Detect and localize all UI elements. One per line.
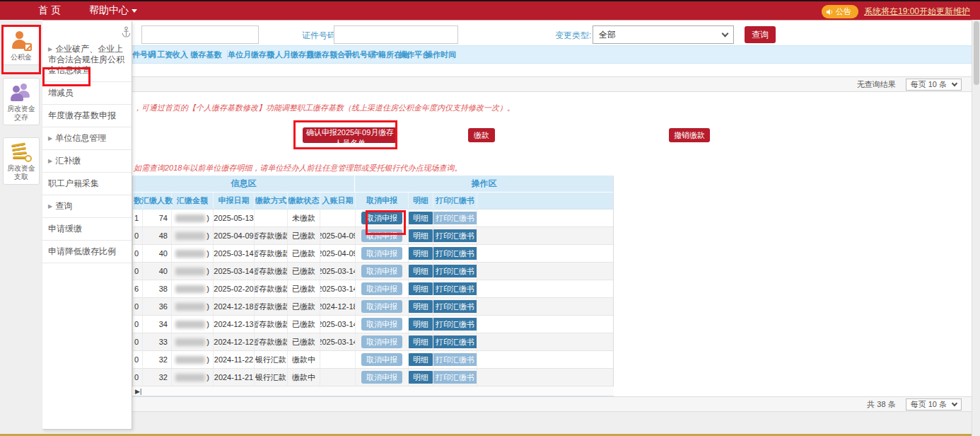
cell-cancel: 取消申报 bbox=[356, 316, 409, 333]
total-count-text: 共 38 条 bbox=[867, 399, 895, 410]
menu-item-4[interactable]: ▶单位信息管理 bbox=[42, 127, 132, 150]
cell-detail: 明细 bbox=[409, 351, 433, 368]
cell-report-date: 2025-03-14 bbox=[214, 263, 255, 280]
chevron-right-icon: ▶ bbox=[48, 46, 52, 52]
cell-pay-method: 暂存款缴款 bbox=[255, 316, 288, 333]
chevron-right-icon: ▶ bbox=[48, 135, 52, 142]
horizontal-scrollbar[interactable]: ▶| bbox=[132, 386, 614, 396]
print-remit-book-button[interactable]: 打印汇缴书 bbox=[433, 282, 477, 295]
cert-number-input[interactable] bbox=[334, 25, 458, 44]
remit-col-header: 打印汇缴书 bbox=[433, 193, 477, 209]
cell-pay-method: 银行汇款 bbox=[255, 369, 288, 386]
sidebar-item-fanggai-zhiqu[interactable]: 房改资金支取 bbox=[3, 137, 40, 185]
cancel-declare-button: 取消申报 bbox=[361, 265, 402, 277]
menu-item-7[interactable]: ▶查询 bbox=[42, 195, 132, 218]
print-remit-book-button: 打印汇缴书 bbox=[433, 353, 477, 366]
print-remit-book-button[interactable]: 打印汇缴书 bbox=[433, 300, 477, 313]
menu-item-9[interactable]: 申请降低缴存比例 bbox=[42, 241, 132, 263]
cell-print: 打印汇缴书 bbox=[433, 263, 477, 280]
no-result-text: 无查询结果 bbox=[857, 79, 896, 90]
detail-button[interactable]: 明细 bbox=[409, 335, 433, 348]
detail-button[interactable]: 明细 bbox=[409, 300, 433, 313]
cell-pay-method: 暂存款缴款 bbox=[255, 298, 288, 315]
cell-cancel: 取消申报 bbox=[356, 280, 409, 297]
menu-item-8[interactable]: 申请缓缴 bbox=[42, 218, 132, 241]
remit-table-row: 034)2024-12-13暂存款缴款已缴款2025-03-14取消申报明细打印… bbox=[133, 316, 613, 333]
name-filter-input[interactable] bbox=[141, 25, 259, 44]
chevron-right-icon: ▶ bbox=[48, 203, 52, 210]
employee-col-header: 单位月缴存额 bbox=[228, 50, 267, 60]
print-remit-book-button[interactable]: 打印汇缴书 bbox=[433, 318, 477, 331]
detail-button[interactable]: 明细 bbox=[409, 282, 433, 295]
page-size-select-bottom[interactable]: 每页 10 条 bbox=[906, 398, 962, 411]
cell-amount-masked: ) bbox=[172, 298, 214, 315]
detail-button[interactable]: 明细 bbox=[409, 371, 433, 384]
cell-entry-date: 2025-03-14 bbox=[320, 316, 356, 333]
menu-item-label: 年度缴存基数申报 bbox=[48, 110, 116, 120]
vertical-scrollbar[interactable] bbox=[972, 20, 980, 436]
detail-button[interactable]: 明细 bbox=[409, 247, 433, 260]
remit-table-column-headers: 数汇缴人数汇缴金额申报日期缴款方式缴款状态入账日期取消申报明细打印汇缴书 bbox=[133, 193, 613, 210]
cell-amount-masked: ) bbox=[172, 280, 214, 297]
revoke-pay-button[interactable]: 撤销缴款 bbox=[669, 128, 710, 142]
page-size-select[interactable]: 每页 10 条 bbox=[906, 79, 962, 91]
print-remit-book-button[interactable]: 打印汇缴书 bbox=[433, 265, 477, 277]
cell-pay-method: 银行汇款 bbox=[255, 351, 288, 368]
cell-pay-status: 已缴款 bbox=[288, 316, 320, 333]
detail-button[interactable]: 明细 bbox=[409, 265, 433, 277]
speaker-icon bbox=[826, 8, 833, 16]
nav-home[interactable]: 首 页 bbox=[38, 4, 61, 17]
employee-table-footer: 无查询结果 每页 10 条 bbox=[132, 76, 972, 92]
print-remit-book-button: 打印汇缴书 bbox=[433, 212, 477, 224]
app-window: 首 页 帮助中心 公告 系统将在19:00开始更新维护 公积金 bbox=[0, 0, 980, 436]
cell-report-date: 2025-03-14 bbox=[214, 245, 255, 262]
cell-print: 打印汇缴书 bbox=[433, 245, 477, 262]
left-icon-rail: 公积金 房改资金交存 房改资金支取 bbox=[0, 20, 42, 436]
announcement-link[interactable]: 系统将在19:00开始更新维护 bbox=[864, 6, 970, 18]
cell-detail: 明细 bbox=[409, 369, 433, 386]
print-remit-book-button[interactable]: 打印汇缴书 bbox=[433, 229, 477, 242]
change-type-select[interactable]: 全部 bbox=[593, 25, 734, 44]
detail-button[interactable]: 明细 bbox=[409, 212, 433, 224]
cell-entry-date: 2024-12-18 bbox=[320, 298, 356, 315]
menu-item-5[interactable]: ▶汇补缴 bbox=[42, 150, 132, 173]
menu-item-3[interactable]: 年度缴存基数申报 bbox=[42, 105, 132, 127]
redacted-amount bbox=[175, 232, 205, 240]
cell-print: 打印汇缴书 bbox=[433, 298, 477, 315]
remit-col-header: 汇缴金额 bbox=[172, 193, 214, 209]
employee-col-header: 缴存基数 bbox=[185, 50, 228, 60]
menu-item-6[interactable]: 职工户籍采集 bbox=[42, 173, 132, 195]
cell-filler bbox=[477, 351, 614, 368]
menu-item-label: 单位信息管理 bbox=[55, 133, 106, 143]
detail-button[interactable]: 明细 bbox=[409, 318, 433, 331]
remit-col-header: 缴款方式 bbox=[255, 193, 288, 209]
cell-cancel: 取消申报 bbox=[356, 369, 409, 386]
scrollbar-thumb[interactable] bbox=[974, 21, 979, 85]
cell-people: 48 bbox=[143, 227, 172, 244]
employee-col-header: 月工资收入 bbox=[149, 50, 185, 60]
menu-item-label: 申请缓缴 bbox=[48, 224, 82, 234]
remit-table-row: 036)2024-12-18暂存款缴款已缴款2024-12-18取消申报明细打印… bbox=[133, 298, 613, 316]
search-button[interactable]: 查询 bbox=[745, 26, 776, 43]
cell-report-date: 2024-12-18 bbox=[214, 298, 255, 315]
redacted-amount bbox=[175, 356, 205, 364]
chevron-down-icon bbox=[722, 30, 729, 38]
print-remit-book-button[interactable]: 打印汇缴书 bbox=[433, 247, 477, 260]
detail-button[interactable]: 明细 bbox=[409, 229, 433, 242]
remit-table-row: 638)2025-02-20暂存款缴款已缴款2025-03-14取消申报明细打印… bbox=[133, 280, 613, 298]
pay-button[interactable]: 缴款 bbox=[468, 128, 495, 142]
cell-count: 0 bbox=[133, 351, 143, 368]
cell-print: 打印汇缴书 bbox=[433, 227, 477, 244]
nav-help-center[interactable]: 帮助中心 bbox=[89, 4, 137, 17]
menu-item-label: 申请降低缴存比例 bbox=[48, 246, 116, 256]
cell-print: 打印汇缴书 bbox=[433, 280, 477, 297]
bottom-band bbox=[0, 412, 980, 436]
cell-count: 0 bbox=[133, 227, 143, 244]
print-remit-book-button[interactable]: 打印汇缴书 bbox=[433, 335, 477, 348]
sidebar-item-fanggai-jiaocun[interactable]: 房改资金交存 bbox=[3, 78, 40, 125]
redacted-amount bbox=[175, 250, 205, 258]
employee-col-header: 个人月缴存额 bbox=[267, 50, 306, 60]
cell-people: 38 bbox=[143, 280, 172, 297]
scroll-end-icon[interactable]: ▶| bbox=[135, 388, 141, 395]
detail-button[interactable]: 明细 bbox=[409, 353, 433, 366]
